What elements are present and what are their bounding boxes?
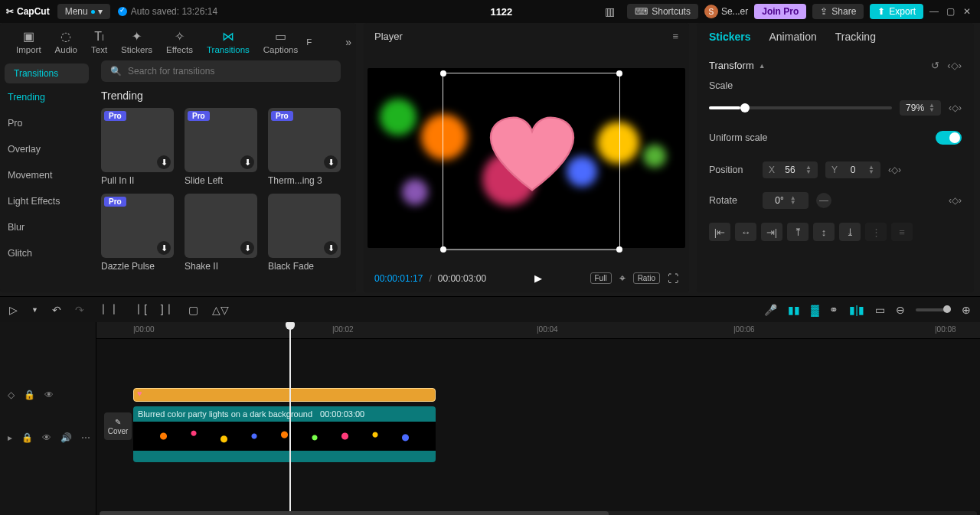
keyframe-nav-icon[interactable]: ‹◇› bbox=[947, 60, 962, 71]
category-glitch[interactable]: Glitch bbox=[5, 241, 89, 266]
stepper-icon[interactable]: ▲▼ bbox=[790, 196, 796, 205]
category-blur[interactable]: Blur bbox=[5, 215, 89, 240]
resize-handle[interactable] bbox=[616, 246, 622, 253]
rotate-value-box[interactable]: 0°▲▼ bbox=[763, 192, 808, 209]
category-light-effects[interactable]: Light Effects bbox=[5, 189, 89, 213]
rotate-dial[interactable]: — bbox=[816, 193, 831, 208]
sticker-track-icon[interactable]: ◇ bbox=[8, 390, 15, 400]
download-icon[interactable]: ⬇ bbox=[157, 241, 171, 255]
user-chip[interactable]: S Se...er bbox=[704, 5, 748, 18]
align-center-v-button[interactable]: ↕ bbox=[813, 223, 835, 241]
category-pill[interactable]: Transitions bbox=[5, 64, 89, 83]
timeline-ruler[interactable]: |00:00 |00:02 |00:04 |00:06 |00:08 bbox=[96, 322, 980, 339]
player-menu-icon[interactable]: ≡ bbox=[672, 31, 678, 42]
playhead[interactable] bbox=[289, 322, 291, 511]
transition-item[interactable]: ⬇ Black Fade bbox=[268, 194, 341, 272]
preview-quality-icon[interactable]: ▭ bbox=[875, 304, 885, 316]
download-icon[interactable]: ⬇ bbox=[324, 155, 338, 169]
align-top-button[interactable]: ⤒ bbox=[787, 223, 808, 241]
search-box[interactable]: 🔍 bbox=[101, 60, 341, 82]
transform-section[interactable]: Transform ▲ ↺ ‹◇› bbox=[709, 52, 962, 74]
zoom-slider[interactable] bbox=[916, 308, 951, 311]
lock-icon[interactable]: 🔒 bbox=[24, 390, 35, 400]
tab-text[interactable]: TIText bbox=[84, 30, 114, 54]
transition-item[interactable]: Pro⬇ Therm...ing 3 bbox=[268, 108, 341, 186]
tab-effects[interactable]: ✧Effects bbox=[159, 29, 200, 54]
category-movement[interactable]: Movement bbox=[5, 163, 89, 187]
snap-icon[interactable]: ▮▮ bbox=[788, 304, 800, 316]
video-clip[interactable]: Blurred color party lights on a dark bac… bbox=[133, 406, 436, 462]
pointer-tool[interactable]: ▷ bbox=[9, 304, 18, 316]
sticker-clip[interactable] bbox=[133, 388, 436, 402]
tab-animation-insp[interactable]: Animation bbox=[769, 31, 816, 43]
transition-item[interactable]: Pro⬇ Dazzle Pulse bbox=[101, 194, 174, 272]
magnet-icon[interactable]: ▮|▮ bbox=[849, 304, 864, 316]
align-center-h-button[interactable]: ↔ bbox=[735, 223, 756, 241]
lock-icon[interactable]: 🔒 bbox=[21, 432, 33, 443]
tab-import[interactable]: ▣Import bbox=[9, 29, 48, 54]
keyframe-nav-icon[interactable]: ‹◇› bbox=[949, 195, 962, 206]
video-track-icon[interactable]: ▸ bbox=[8, 432, 12, 443]
category-trending[interactable]: Trending bbox=[5, 85, 89, 109]
tab-transitions[interactable]: ⋈Transitions bbox=[200, 29, 256, 54]
tab-stickers[interactable]: ✦Stickers bbox=[114, 29, 159, 54]
zoom-out-icon[interactable]: ⊖ bbox=[896, 304, 905, 316]
tab-tracking-insp[interactable]: Tracking bbox=[835, 31, 876, 43]
mirror-tool[interactable]: △▽ bbox=[212, 304, 229, 316]
export-button[interactable]: ⬆ Export bbox=[870, 4, 923, 19]
download-icon[interactable]: ⬇ bbox=[324, 241, 338, 255]
slider-knob[interactable] bbox=[740, 103, 750, 112]
link-icon[interactable]: ⚭ bbox=[829, 304, 838, 316]
stepper-icon[interactable]: ▲▼ bbox=[868, 165, 874, 174]
align-right-button[interactable]: ⇥| bbox=[761, 223, 782, 241]
layout-icon[interactable]: ▥ bbox=[605, 5, 615, 18]
category-pro[interactable]: Pro bbox=[5, 111, 89, 135]
more-tabs-icon[interactable]: » bbox=[345, 36, 351, 48]
transition-item[interactable]: Pro⬇ Pull In II bbox=[101, 108, 174, 186]
minimize-icon[interactable]: — bbox=[929, 6, 940, 17]
track-area[interactable]: ✎ Cover Blurred color party lights on a … bbox=[96, 339, 980, 515]
menu-button[interactable]: Menu ▾ bbox=[57, 4, 110, 19]
position-x-box[interactable]: X56▲▼ bbox=[763, 161, 818, 178]
join-pro-button[interactable]: Join Pro bbox=[754, 4, 806, 19]
reset-icon[interactable]: ↺ bbox=[931, 60, 939, 71]
preview-canvas[interactable] bbox=[368, 68, 685, 248]
more-icon[interactable]: ⋯ bbox=[81, 432, 90, 443]
position-y-box[interactable]: Y0▲▼ bbox=[825, 161, 880, 178]
tab-stickers-insp[interactable]: Stickers bbox=[709, 31, 750, 43]
cover-button[interactable]: ✎ Cover bbox=[104, 412, 132, 440]
transition-item[interactable]: Pro⬇ Slide Left bbox=[185, 108, 257, 186]
split-tool[interactable]: 〡〡 bbox=[98, 303, 119, 317]
resize-handle[interactable] bbox=[440, 246, 446, 253]
mute-icon[interactable]: 🔊 bbox=[60, 432, 72, 443]
maximize-icon[interactable]: ▢ bbox=[946, 6, 957, 17]
tab-audio[interactable]: ◌Audio bbox=[48, 29, 84, 54]
undo-button[interactable]: ↶ bbox=[52, 304, 61, 316]
scale-value-box[interactable]: 79%▲▼ bbox=[900, 100, 941, 116]
full-button[interactable]: Full bbox=[590, 272, 612, 284]
search-input[interactable] bbox=[128, 66, 332, 77]
align-bottom-button[interactable]: ⤓ bbox=[839, 223, 861, 241]
shortcuts-button[interactable]: ⌨ Shortcuts bbox=[627, 4, 698, 19]
pointer-dropdown[interactable]: ▼ bbox=[31, 306, 38, 314]
close-icon[interactable]: ✕ bbox=[963, 6, 974, 17]
scrollbar-thumb[interactable] bbox=[100, 511, 609, 515]
download-icon[interactable]: ⬇ bbox=[240, 241, 254, 255]
stepper-icon[interactable]: ▲▼ bbox=[929, 103, 935, 112]
preview-area[interactable] bbox=[364, 50, 689, 266]
category-overlay[interactable]: Overlay bbox=[5, 137, 89, 161]
redo-button[interactable]: ↷ bbox=[75, 304, 84, 316]
zoom-knob[interactable] bbox=[943, 305, 951, 313]
align-left-button[interactable]: |⇤ bbox=[709, 223, 730, 241]
play-button[interactable]: ▶ bbox=[534, 272, 542, 284]
download-icon[interactable]: ⬇ bbox=[240, 155, 254, 169]
split-right-tool[interactable]: ]〡 bbox=[161, 303, 175, 317]
keyframe-nav-icon[interactable]: ‹◇› bbox=[949, 103, 962, 113]
transition-item[interactable]: ⬇ Shake II bbox=[185, 194, 257, 272]
scale-slider[interactable] bbox=[709, 106, 892, 109]
visibility-icon[interactable]: 👁 bbox=[42, 432, 51, 443]
selection-box[interactable] bbox=[443, 73, 620, 250]
scan-icon[interactable]: ⌖ bbox=[619, 272, 626, 285]
download-icon[interactable]: ⬇ bbox=[157, 155, 171, 169]
visibility-icon[interactable]: 👁 bbox=[44, 390, 54, 400]
